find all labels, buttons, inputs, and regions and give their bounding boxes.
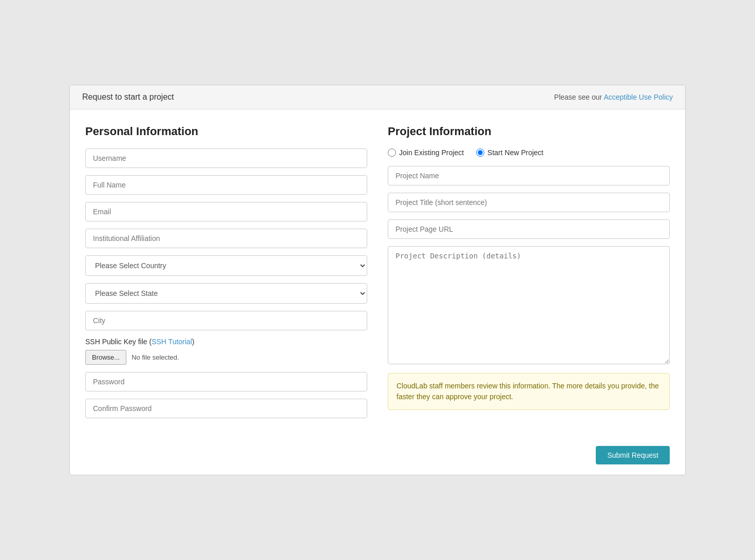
project-type-radio-group: Join Existing Project Start New Project xyxy=(388,148,670,157)
join-existing-label: Join Existing Project xyxy=(399,148,464,157)
confirm-password-field xyxy=(85,399,367,418)
state-select[interactable]: Please Select State xyxy=(85,283,367,304)
policy-text: Please see our Acceptible Use Policy xyxy=(554,93,673,101)
confirm-password-input[interactable] xyxy=(85,399,367,418)
password-input[interactable] xyxy=(85,372,367,391)
ssh-label-suffix: ) xyxy=(192,338,195,346)
file-upload-row: Browse... No file selected. xyxy=(85,350,367,365)
ssh-label: SSH Public Key file (SSH Tutorial) xyxy=(85,338,367,346)
project-description-field xyxy=(388,246,670,366)
project-name-input[interactable] xyxy=(388,166,670,185)
city-field xyxy=(85,311,367,330)
username-input[interactable] xyxy=(85,148,367,168)
email-field xyxy=(85,202,367,221)
project-title-field xyxy=(388,193,670,212)
start-new-option[interactable]: Start New Project xyxy=(476,148,543,157)
fullname-field xyxy=(85,175,367,195)
project-info-section: Project Information Join Existing Projec… xyxy=(388,125,670,425)
ssh-tutorial-link[interactable]: SSH Tutorial xyxy=(152,338,192,346)
start-new-radio[interactable] xyxy=(476,148,484,157)
info-box: CloudLab staff members review this infor… xyxy=(388,373,670,410)
policy-link[interactable]: Acceptible Use Policy xyxy=(603,93,673,101)
project-info-title: Project Information xyxy=(388,125,670,138)
state-field: Please Select State xyxy=(85,283,367,304)
email-input[interactable] xyxy=(85,202,367,221)
personal-info-title: Personal Information xyxy=(85,125,367,138)
submit-button[interactable]: Submit Request xyxy=(596,446,670,464)
fullname-input[interactable] xyxy=(85,175,367,195)
project-name-field xyxy=(388,166,670,185)
start-new-label: Start New Project xyxy=(487,148,543,157)
form-body: Personal Information Please Select Count… xyxy=(70,109,685,441)
project-description-input[interactable] xyxy=(388,246,670,364)
country-select[interactable]: Please Select Country xyxy=(85,255,367,276)
ssh-label-prefix: SSH Public Key file ( xyxy=(85,338,152,346)
city-input[interactable] xyxy=(85,311,367,330)
password-field xyxy=(85,372,367,391)
page-title: Request to start a project xyxy=(82,92,174,102)
personal-info-section: Personal Information Please Select Count… xyxy=(85,125,367,425)
country-field: Please Select Country xyxy=(85,255,367,276)
join-existing-radio[interactable] xyxy=(388,148,396,157)
username-field xyxy=(85,148,367,168)
ssh-label-row: SSH Public Key file (SSH Tutorial) Brows… xyxy=(85,338,367,365)
project-url-input[interactable] xyxy=(388,219,670,239)
page-wrapper: Request to start a project Please see ou… xyxy=(69,85,686,475)
browse-button[interactable]: Browse... xyxy=(85,350,126,365)
affiliation-field xyxy=(85,229,367,248)
project-title-input[interactable] xyxy=(388,193,670,212)
join-existing-option[interactable]: Join Existing Project xyxy=(388,148,464,157)
project-url-field xyxy=(388,219,670,239)
submit-row: Submit Request xyxy=(70,441,685,475)
affiliation-input[interactable] xyxy=(85,229,367,248)
page-header: Request to start a project Please see ou… xyxy=(70,85,685,109)
policy-prefix: Please see our xyxy=(554,93,602,101)
no-file-label: No file selected. xyxy=(131,353,179,361)
